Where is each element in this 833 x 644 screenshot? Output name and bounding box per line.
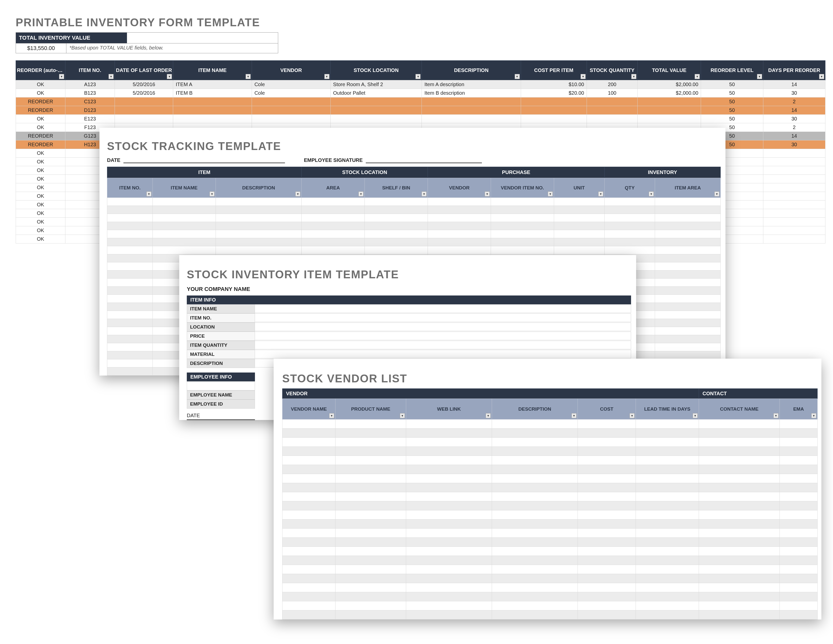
- empty-cell[interactable]: [107, 279, 153, 287]
- empty-cell[interactable]: [605, 222, 655, 230]
- empty-cell[interactable]: [406, 528, 492, 538]
- empty-cell[interactable]: [492, 610, 578, 620]
- empty-cell[interactable]: [636, 556, 699, 565]
- empty-cell[interactable]: [554, 206, 605, 214]
- empty-cell[interactable]: [216, 246, 302, 254]
- col-header[interactable]: VENDOR NAME: [283, 399, 336, 420]
- empty-cell[interactable]: [428, 230, 491, 238]
- empty-cell[interactable]: [406, 574, 492, 583]
- empty-cell[interactable]: [554, 246, 605, 254]
- empty-cell[interactable]: [302, 214, 365, 222]
- signature-input-line[interactable]: [366, 157, 482, 163]
- empty-cell[interactable]: [780, 592, 818, 601]
- empty-cell[interactable]: [336, 510, 406, 520]
- empty-cell[interactable]: [491, 230, 554, 238]
- empty-cell[interactable]: [365, 238, 428, 246]
- empty-cell[interactable]: [699, 583, 780, 592]
- empty-cell[interactable]: [554, 214, 605, 222]
- empty-cell[interactable]: [636, 420, 699, 428]
- empty-cell[interactable]: [406, 520, 492, 528]
- empty-cell[interactable]: [699, 592, 780, 601]
- empty-cell[interactable]: [605, 198, 655, 206]
- empty-cell[interactable]: [492, 465, 578, 474]
- empty-cell[interactable]: [636, 520, 699, 528]
- empty-cell[interactable]: [636, 438, 699, 447]
- empty-cell[interactable]: [283, 483, 336, 492]
- filter-dropdown-icon[interactable]: [757, 74, 762, 79]
- empty-cell[interactable]: [492, 565, 578, 574]
- empty-cell[interactable]: [491, 222, 554, 230]
- empty-cell[interactable]: [153, 238, 216, 246]
- empty-cell[interactable]: [336, 428, 406, 438]
- empty-cell[interactable]: [780, 420, 818, 428]
- empty-cell[interactable]: [336, 547, 406, 556]
- empty-cell[interactable]: [780, 556, 818, 565]
- empty-cell[interactable]: [365, 214, 428, 222]
- filter-dropdown-icon[interactable]: [329, 413, 334, 418]
- col-header[interactable]: DATE OF LAST ORDER: [115, 61, 173, 80]
- col-header[interactable]: VENDOR: [428, 178, 491, 198]
- empty-cell[interactable]: [107, 359, 153, 367]
- empty-cell[interactable]: [780, 438, 818, 447]
- empty-cell[interactable]: [365, 206, 428, 214]
- empty-cell[interactable]: [216, 214, 302, 222]
- empty-cell[interactable]: [406, 492, 492, 501]
- empty-cell[interactable]: [492, 420, 578, 428]
- empty-cell[interactable]: [107, 351, 153, 359]
- empty-cell[interactable]: [699, 465, 780, 474]
- empty-cell[interactable]: [406, 456, 492, 465]
- empty-cell[interactable]: [578, 483, 636, 492]
- filter-dropdown-icon[interactable]: [774, 413, 778, 418]
- empty-cell[interactable]: [578, 583, 636, 592]
- empty-cell[interactable]: [605, 214, 655, 222]
- empty-cell[interactable]: [107, 238, 153, 246]
- empty-cell[interactable]: [491, 246, 554, 254]
- empty-cell[interactable]: [406, 501, 492, 510]
- empty-cell[interactable]: [283, 420, 336, 428]
- empty-cell[interactable]: [699, 456, 780, 465]
- empty-cell[interactable]: [107, 327, 153, 335]
- empty-cell[interactable]: [636, 510, 699, 520]
- empty-cell[interactable]: [107, 295, 153, 303]
- empty-cell[interactable]: [107, 246, 153, 254]
- empty-cell[interactable]: [406, 474, 492, 483]
- filter-dropdown-icon[interactable]: [209, 192, 215, 196]
- empty-cell[interactable]: [780, 474, 818, 483]
- empty-cell[interactable]: [578, 528, 636, 538]
- empty-cell[interactable]: [283, 474, 336, 483]
- empty-cell[interactable]: [578, 520, 636, 528]
- empty-cell[interactable]: [699, 420, 780, 428]
- col-header[interactable]: QTY: [605, 178, 655, 198]
- empty-cell[interactable]: [655, 206, 720, 214]
- empty-cell[interactable]: [302, 198, 365, 206]
- col-header[interactable]: DESCRIPTION: [216, 178, 302, 198]
- empty-cell[interactable]: [636, 538, 699, 547]
- filter-dropdown-icon[interactable]: [581, 74, 585, 79]
- empty-cell[interactable]: [578, 547, 636, 556]
- filter-dropdown-icon[interactable]: [695, 74, 700, 79]
- empty-cell[interactable]: [336, 592, 406, 601]
- col-header[interactable]: COST PER ITEM: [521, 61, 587, 80]
- filter-dropdown-icon[interactable]: [486, 413, 491, 418]
- empty-cell[interactable]: [636, 601, 699, 610]
- empty-cell[interactable]: [636, 501, 699, 510]
- empty-cell[interactable]: [283, 520, 336, 528]
- empty-cell[interactable]: [699, 501, 780, 510]
- empty-cell[interactable]: [336, 610, 406, 620]
- empty-cell[interactable]: [492, 583, 578, 592]
- empty-cell[interactable]: [107, 311, 153, 319]
- col-header[interactable]: AREA: [302, 178, 365, 198]
- empty-cell[interactable]: [578, 501, 636, 510]
- empty-cell[interactable]: [365, 246, 428, 254]
- empty-cell[interactable]: [283, 574, 336, 583]
- empty-cell[interactable]: [283, 510, 336, 520]
- empty-cell[interactable]: [636, 583, 699, 592]
- empty-cell[interactable]: [492, 456, 578, 465]
- empty-cell[interactable]: [780, 565, 818, 574]
- col-header[interactable]: DESCRIPTION: [422, 61, 521, 80]
- empty-cell[interactable]: [554, 198, 605, 206]
- col-header[interactable]: TOTAL VALUE: [637, 61, 701, 80]
- empty-cell[interactable]: [492, 447, 578, 456]
- empty-cell[interactable]: [780, 583, 818, 592]
- empty-cell[interactable]: [636, 565, 699, 574]
